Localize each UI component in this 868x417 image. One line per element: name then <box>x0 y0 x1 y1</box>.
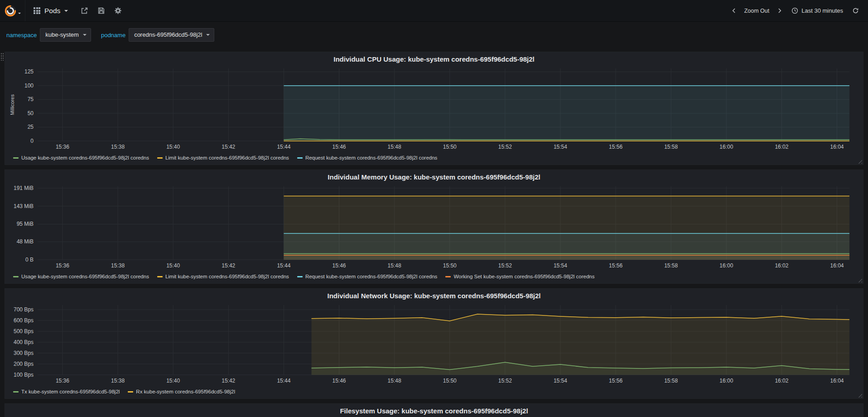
save-button[interactable] <box>93 0 110 21</box>
zoom-out-button[interactable]: Zoom Out <box>741 5 773 17</box>
legend-item[interactable]: Rx kube-system coredns-695f96dcd5-98j2l <box>128 389 235 394</box>
svg-text:15:40: 15:40 <box>166 144 180 150</box>
navbar-time-controls: Zoom Out Last 30 minutes <box>728 5 862 17</box>
legend-series-name: Limit kube-system coredns-695f96dcd5-98j… <box>165 155 289 160</box>
time-range-label: Last 30 minutes <box>801 7 843 14</box>
svg-text:400 Bps: 400 Bps <box>14 339 34 345</box>
legend-series-name: Request kube-system coredns-695f96dcd5-9… <box>305 274 438 279</box>
legend-item[interactable]: Limit kube-system coredns-695f96dcd5-98j… <box>157 155 289 160</box>
legend-item[interactable]: Working Set kube-system coredns-695f96dc… <box>445 274 594 279</box>
svg-text:300 Bps: 300 Bps <box>14 350 34 356</box>
podname-value: coredns-695f96dcd5-98j2l <box>134 31 202 38</box>
legend-item[interactable]: Usage kube-system coredns-695f96dcd5-98j… <box>13 274 149 279</box>
svg-text:16:00: 16:00 <box>719 378 733 384</box>
share-button[interactable] <box>76 0 93 21</box>
legend-series-color-icon <box>445 276 451 277</box>
svg-text:95 MiB: 95 MiB <box>17 221 34 227</box>
dashboard-picker-button[interactable]: Pods <box>25 0 76 21</box>
legend-item[interactable]: Usage kube-system coredns-695f96dcd5-98j… <box>13 155 149 160</box>
svg-text:48 MiB: 48 MiB <box>17 238 34 245</box>
podname-dropdown[interactable]: coredns-695f96dcd5-98j2l <box>129 28 214 42</box>
panel-title-cpu[interactable]: Individual CPU Usage: kube-system coredn… <box>9 54 859 65</box>
svg-text:75: 75 <box>28 96 34 102</box>
legend-series-name: Working Set kube-system coredns-695f96dc… <box>453 274 594 279</box>
legend-item[interactable]: Tx kube-system coredns-695f96dcd5-98j2l <box>13 389 120 394</box>
panel-title-memory[interactable]: Individual Memory Usage: kube-system cor… <box>9 172 859 183</box>
legend-item[interactable]: Request kube-system coredns-695f96dcd5-9… <box>297 274 438 279</box>
chevron-left-icon <box>731 8 737 14</box>
svg-text:15:42: 15:42 <box>222 378 235 384</box>
svg-text:16:02: 16:02 <box>775 378 788 384</box>
settings-button[interactable] <box>110 0 126 21</box>
svg-text:15:54: 15:54 <box>554 262 567 269</box>
svg-text:15:36: 15:36 <box>56 262 69 269</box>
legend-series-color-icon <box>13 276 19 277</box>
svg-text:100: 100 <box>24 82 34 89</box>
time-forward-button[interactable] <box>774 5 785 16</box>
dashboard-body: Individual CPU Usage: kube-system coredn… <box>0 48 868 417</box>
svg-text:500 Bps: 500 Bps <box>14 328 34 335</box>
top-navbar: Pods <box>0 0 868 22</box>
svg-text:15:54: 15:54 <box>554 378 567 384</box>
svg-text:15:50: 15:50 <box>443 262 457 269</box>
navbar-left: Pods <box>0 0 126 21</box>
panel-drag-handle[interactable] <box>0 53 4 61</box>
refresh-button[interactable] <box>849 5 862 17</box>
svg-text:15:42: 15:42 <box>222 144 235 150</box>
legend-series-color-icon <box>128 391 133 393</box>
svg-text:15:50: 15:50 <box>443 378 457 384</box>
memory-usage-chart[interactable]: 15:3615:3815:4015:4215:4415:4615:4815:50… <box>9 183 859 271</box>
svg-text:15:36: 15:36 <box>56 378 69 384</box>
svg-text:600 Bps: 600 Bps <box>14 317 34 324</box>
time-range-button[interactable]: Last 30 minutes <box>786 5 849 17</box>
svg-text:15:58: 15:58 <box>664 262 678 269</box>
network-usage-chart[interactable]: 15:3615:3815:4015:4215:4415:4615:4815:50… <box>9 301 859 386</box>
svg-text:16:04: 16:04 <box>830 378 844 384</box>
svg-text:16:02: 16:02 <box>775 262 788 269</box>
legend-series-color-icon <box>157 276 163 277</box>
panel-title-filesystem[interactable]: Filesystem Usage: kube-system coredns-69… <box>9 406 859 417</box>
svg-text:15:38: 15:38 <box>111 262 125 269</box>
svg-text:25: 25 <box>28 124 34 130</box>
variable-podname: podname coredns-695f96dcd5-98j2l <box>101 28 215 42</box>
namespace-dropdown[interactable]: kube-system <box>40 28 91 42</box>
grafana-menu-button[interactable] <box>0 0 25 21</box>
svg-text:15:40: 15:40 <box>166 378 180 384</box>
chart-canvas[interactable]: 15:3615:3815:4015:4215:4415:4615:4815:50… <box>9 65 859 152</box>
svg-text:16:04: 16:04 <box>830 262 844 269</box>
svg-text:15:44: 15:44 <box>277 378 290 384</box>
legend-series-name: Limit kube-system coredns-695f96dcd5-98j… <box>165 274 289 279</box>
svg-text:15:54: 15:54 <box>554 144 567 150</box>
legend-series-name: Request kube-system coredns-695f96dcd5-9… <box>305 155 438 160</box>
svg-text:15:58: 15:58 <box>664 144 678 150</box>
gear-icon <box>114 7 122 15</box>
svg-text:15:44: 15:44 <box>277 262 290 269</box>
svg-text:700 Bps: 700 Bps <box>14 306 34 313</box>
legend-item[interactable]: Limit kube-system coredns-695f96dcd5-98j… <box>157 274 289 279</box>
namespace-caret-icon <box>83 34 87 36</box>
svg-text:143 MiB: 143 MiB <box>14 203 34 209</box>
refresh-icon <box>852 7 859 14</box>
chevron-right-icon <box>776 8 782 14</box>
panel-title-network[interactable]: Individual Network Usage: kube-system co… <box>9 291 859 301</box>
namespace-value: kube-system <box>45 31 79 38</box>
time-back-button[interactable] <box>728 5 740 16</box>
clock-icon <box>791 7 798 14</box>
chart-canvas[interactable]: 15:3615:3815:4015:4215:4415:4615:4815:50… <box>9 301 859 386</box>
svg-text:16:00: 16:00 <box>719 262 733 269</box>
svg-text:15:56: 15:56 <box>609 144 622 150</box>
podname-variable-label: podname <box>101 32 125 39</box>
cpu-chart-legend: Usage kube-system coredns-695f96dcd5-98j… <box>9 152 859 164</box>
svg-text:15:52: 15:52 <box>498 262 512 269</box>
memory-chart-legend: Usage kube-system coredns-695f96dcd5-98j… <box>9 271 859 282</box>
svg-text:15:56: 15:56 <box>609 378 622 384</box>
svg-text:15:50: 15:50 <box>443 144 457 150</box>
logo-caret-icon <box>18 13 21 14</box>
template-variables-bar: namespace kube-system podname coredns-69… <box>0 22 868 48</box>
svg-text:15:56: 15:56 <box>609 262 622 269</box>
svg-text:15:58: 15:58 <box>664 378 678 384</box>
panel-cpu-usage: Individual CPU Usage: kube-system coredn… <box>5 52 863 165</box>
chart-canvas[interactable]: 15:3615:3815:4015:4215:4415:4615:4815:50… <box>9 183 859 271</box>
legend-item[interactable]: Request kube-system coredns-695f96dcd5-9… <box>297 155 438 160</box>
cpu-usage-chart[interactable]: 15:3615:3815:4015:4215:4415:4615:4815:50… <box>9 65 859 152</box>
